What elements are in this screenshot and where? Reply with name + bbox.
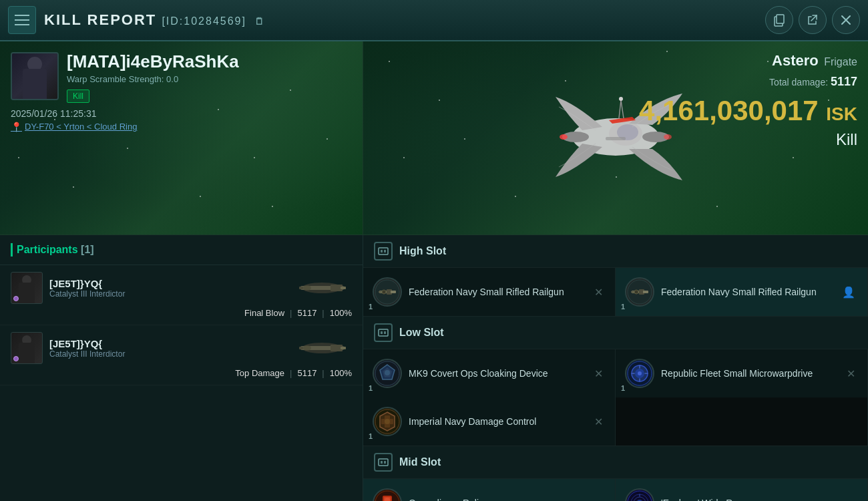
kill-location[interactable]: 📍 DY-F70 < Yrton < Cloud Ring <box>11 122 352 132</box>
svg-rect-35 <box>643 291 648 293</box>
rank-dot <box>13 296 19 301</box>
svg-point-48 <box>638 371 642 375</box>
svg-rect-1 <box>777 15 784 23</box>
svg-rect-38 <box>379 329 388 336</box>
kill-result: Kill <box>639 130 857 149</box>
item-text: Imperial Navy Damage Control <box>409 415 585 428</box>
participant-top: [JE5T]}YQ{ Catalyst III Interdictor <box>11 272 352 304</box>
slot-item: 1 Federation Na <box>363 268 616 316</box>
star <box>389 61 390 62</box>
participant-details: [JE5T]}YQ{ Catalyst III Interdictor <box>49 338 285 359</box>
svg-rect-23 <box>379 248 388 255</box>
item-icon <box>625 277 654 307</box>
item-person-icon: 👤 <box>839 283 858 301</box>
export-button[interactable] <box>799 6 827 34</box>
svg-point-19 <box>560 134 568 140</box>
high-slot-section: High Slot 1 <box>363 235 868 317</box>
left-panel: [MATA]i4eByRaShKa Warp Scramble Strength… <box>0 41 363 501</box>
svg-point-44 <box>385 370 390 375</box>
hero-right-info: Astero Frigate Total damage: 5117 4,161,… <box>639 52 857 149</box>
item-text: 'Explorer' Wide Range <box>661 497 858 501</box>
mid-slot-icon <box>374 453 393 472</box>
item-name: MK9 Covert Ops Cloaking Device <box>409 367 585 379</box>
item-name: Federation Navy Small Rifled Railgun <box>661 286 833 298</box>
item-close-icon[interactable]: ✕ <box>844 365 858 383</box>
svg-point-7 <box>303 285 311 291</box>
item-icon <box>373 359 402 388</box>
item-qty: 1 <box>369 432 373 440</box>
item-close-icon[interactable]: ✕ <box>592 365 606 383</box>
right-panel: Astero Frigate Total damage: 5117 4,161,… <box>363 41 868 501</box>
svg-rect-29 <box>391 291 396 293</box>
avatar-inner <box>12 53 57 99</box>
item-text: MK9 Covert Ops Cloaking Device <box>409 367 585 379</box>
damage-line: Total damage: 5117 <box>639 75 857 89</box>
svg-rect-55 <box>381 461 383 464</box>
hamburger-line <box>15 19 29 21</box>
item-qty: 1 <box>369 303 373 311</box>
participant-ship-icon <box>292 276 352 300</box>
participant-stats: Final Blow | 5117 | 100% <box>11 308 352 318</box>
item-name: Gravedigger Relic <box>409 497 606 501</box>
star <box>793 157 794 158</box>
pilot-row: [MATA]i4eByRaShKa Warp Scramble Strength… <box>11 52 352 103</box>
slot-item: 1 'Explorer' Wi <box>616 479 868 501</box>
item-icon <box>625 359 654 388</box>
svg-rect-39 <box>381 331 383 334</box>
item-close-icon[interactable]: ✕ <box>592 283 606 301</box>
participant-details: [JE5T]}YQ{ Catalyst III Interdictor <box>49 278 285 299</box>
copy-button[interactable] <box>765 6 793 34</box>
stat-separator: | <box>290 308 292 318</box>
svg-rect-11 <box>341 347 346 349</box>
item-icon <box>373 488 402 501</box>
mid-slot-title: Mid Slot <box>399 456 441 468</box>
stat-damage: 5117 <box>297 308 316 318</box>
star <box>464 138 465 140</box>
kill-date: 2025/01/26 11:25:31 <box>11 108 352 119</box>
kill-badge: Kill <box>67 90 89 103</box>
svg-rect-24 <box>381 250 383 253</box>
star <box>403 157 405 158</box>
participant-ship-icon <box>292 336 352 360</box>
participant-avatar <box>11 332 43 364</box>
ship-class-name: Astero Frigate <box>639 52 857 69</box>
participant-ship: Catalyst III Interdictor <box>49 289 285 299</box>
item-icon <box>373 407 402 436</box>
participant-name: [JE5T]}YQ{ <box>49 278 285 289</box>
svg-rect-12 <box>299 347 303 349</box>
svg-rect-22 <box>606 137 626 140</box>
svg-point-37 <box>634 290 638 294</box>
slots-panel: High Slot 1 <box>363 235 868 501</box>
item-icon <box>373 277 402 307</box>
low-slot-items-row2: 1 Imperial Navy Damage Control <box>363 397 868 446</box>
item-text: Federation Navy Small Rifled Railgun <box>409 286 585 298</box>
header-bar: KILL REPORT [ID:10284569] 🗒 <box>0 0 868 41</box>
pilot-sub: Warp Scramble Strength: 0.0 <box>67 74 352 84</box>
high-slot-header: High Slot <box>363 235 868 268</box>
header-buttons <box>765 6 860 34</box>
menu-button[interactable] <box>8 6 36 34</box>
svg-point-13 <box>303 345 311 351</box>
item-close-icon[interactable]: ✕ <box>592 413 606 431</box>
svg-rect-6 <box>299 287 303 289</box>
hero-meta: 2025/01/26 11:25:31 📍 DY-F70 < Yrton < C… <box>11 108 352 132</box>
stat-separator: | <box>322 368 324 378</box>
mid-slot-items: 1 Gravedigger R <box>363 479 868 501</box>
stat-percent: 100% <box>330 368 352 378</box>
stat-separator: | <box>322 308 324 318</box>
svg-rect-36 <box>631 291 634 293</box>
pilot-name: [MATA]i4eByRaShKa <box>67 52 352 71</box>
svg-rect-54 <box>379 459 388 466</box>
item-qty: 1 <box>369 384 373 392</box>
item-name: Republic Fleet Small Microwarpdrive <box>661 367 837 379</box>
svg-rect-56 <box>384 461 386 464</box>
close-button[interactable] <box>832 6 860 34</box>
star <box>439 100 440 101</box>
slot-item: 1 MK9 Covert Ops Cloaking Device <box>363 349 616 397</box>
participant-card: [JE5T]}YQ{ Catalyst III Interdictor <box>0 265 363 325</box>
item-text: Gravedigger Relic <box>409 497 606 501</box>
mid-slot-header: Mid Slot <box>363 446 868 479</box>
low-slot-section: Low Slot 1 <box>363 317 868 446</box>
slot-item: 1 Federation Na <box>616 268 868 316</box>
pilot-avatar <box>11 52 59 100</box>
